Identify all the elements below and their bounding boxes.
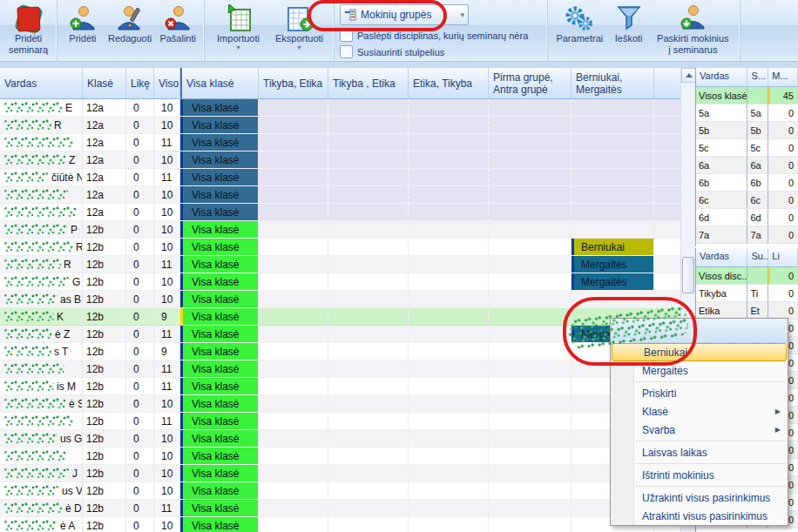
- discipline-cell-2[interactable]: [328, 186, 409, 204]
- group-cell-pirma-antra[interactable]: [489, 500, 571, 517]
- table-row[interactable]: R 12b 0 11 Visa klasė Mergaitės: [0, 256, 680, 273]
- table-row[interactable]: J 12b 0 10 Visa klasė: [0, 465, 680, 482]
- whole-class-cell[interactable]: Visa klasė: [180, 169, 259, 186]
- class-row[interactable]: 6d 6d 0: [696, 209, 798, 226]
- table-row[interactable]: R 12a 0 10 Visa klasė: [0, 117, 680, 134]
- gender-group-badge[interactable]: Mergaitės: [571, 273, 653, 291]
- group-cell-berniukai-mergaites[interactable]: [571, 204, 654, 221]
- whole-class-badge[interactable]: Visa klasė: [180, 378, 258, 395]
- context-menu-item[interactable]: Laisvas laikas: [611, 443, 788, 461]
- discipline-cell-3[interactable]: [409, 204, 489, 221]
- discipline-cell-2[interactable]: [328, 117, 409, 134]
- discipline-cell-1[interactable]: [259, 517, 328, 532]
- discipline-cell-1[interactable]: [259, 152, 328, 169]
- discipline-cell-1[interactable]: [259, 500, 328, 517]
- group-cell-pirma-antra[interactable]: [489, 256, 571, 273]
- group-cell-berniukai-mergaites[interactable]: [571, 169, 654, 186]
- group-cell-berniukai-mergaites[interactable]: [571, 152, 654, 169]
- group-cell-berniukai-mergaites[interactable]: Berniukai: [571, 239, 654, 256]
- classes-col-s[interactable]: S...: [747, 68, 768, 86]
- gender-group-badge[interactable]: Berniukai: [571, 239, 653, 256]
- whole-class-badge[interactable]: Visa klasė: [180, 395, 258, 413]
- group-cell-berniukai-mergaites[interactable]: Mergaitės: [571, 273, 654, 291]
- group-cell-pirma-antra[interactable]: [489, 117, 571, 134]
- context-menu-item[interactable]: [635, 441, 786, 441]
- group-cell-pirma-antra[interactable]: [489, 448, 571, 465]
- group-cell-pirma-antra[interactable]: [489, 465, 571, 482]
- discipline-cell-3[interactable]: [409, 117, 489, 134]
- group-cell-pirma-antra[interactable]: [489, 360, 571, 378]
- whole-class-cell[interactable]: Visa klasė: [180, 221, 259, 239]
- discipline-cell-2[interactable]: [328, 395, 409, 413]
- context-menu-item[interactable]: [635, 486, 786, 487]
- discipline-cell-2[interactable]: [328, 482, 409, 500]
- discipline-cell-3[interactable]: [409, 221, 489, 239]
- discipline-cell-2[interactable]: [328, 378, 409, 395]
- discipline-cell-1[interactable]: [259, 465, 328, 482]
- whole-class-cell[interactable]: Visa klasė: [180, 291, 259, 308]
- discipline-cell-2[interactable]: [328, 291, 409, 308]
- class-row[interactable]: 6c 6c 0: [696, 192, 798, 209]
- discipline-cell-2[interactable]: [328, 221, 409, 239]
- discipline-cell-2[interactable]: [328, 308, 409, 326]
- group-cell-pirma-antra[interactable]: [489, 239, 571, 256]
- group-cell-berniukai-mergaites[interactable]: [571, 99, 654, 117]
- discipline-cell-2[interactable]: [328, 448, 409, 465]
- table-row[interactable]: us G 12b 0 10 Visa klasė: [0, 430, 680, 448]
- table-row[interactable]: ė A 12b 0 10 Visa klasė: [0, 517, 680, 532]
- table-row[interactable]: 12b 0 11 Visa klasė: [0, 413, 680, 430]
- table-row[interactable]: is M 12b 0 11 Visa klasė: [0, 378, 680, 395]
- discipline-cell-1[interactable]: [259, 204, 328, 221]
- discipline-cell-2[interactable]: [328, 326, 409, 343]
- discipline-cell-3[interactable]: [409, 517, 489, 532]
- table-row[interactable]: 12a 0 10 Visa klasė: [0, 186, 680, 204]
- whole-class-cell[interactable]: Visa klasė: [180, 117, 259, 134]
- disciplines-col-vardas[interactable]: Vardas: [696, 248, 747, 266]
- discipline-cell-2[interactable]: [328, 413, 409, 430]
- group-cell-pirma-antra[interactable]: [489, 430, 571, 448]
- discipline-cell-3[interactable]: [409, 273, 489, 291]
- table-row[interactable]: as B 12b 0 10 Visa klasė: [0, 291, 680, 308]
- discipline-cell-2[interactable]: [328, 169, 409, 186]
- whole-class-badge[interactable]: Visa klasė: [180, 343, 258, 360]
- group-cell-pirma-antra[interactable]: [489, 517, 571, 532]
- group-cell-pirma-antra[interactable]: [489, 482, 571, 500]
- whole-class-badge[interactable]: Visa klasė: [180, 99, 258, 117]
- whole-class-badge[interactable]: Visa klasė: [180, 221, 258, 239]
- discipline-cell-3[interactable]: [409, 465, 489, 482]
- group-cell-berniukai-mergaites[interactable]: [571, 291, 654, 308]
- discipline-cell-3[interactable]: [409, 291, 489, 308]
- whole-class-cell[interactable]: Visa klasė: [180, 308, 259, 326]
- group-cell-pirma-antra[interactable]: [489, 186, 571, 204]
- scroll-up-button[interactable]: [681, 68, 696, 83]
- edit-student-button[interactable]: Redaguoti: [105, 2, 156, 46]
- group-cell-pirma-antra[interactable]: [489, 291, 571, 308]
- discipline-cell-2[interactable]: [328, 500, 409, 517]
- whole-class-badge[interactable]: Visa klasė: [180, 291, 258, 308]
- whole-class-cell[interactable]: Visa klasė: [180, 343, 259, 360]
- whole-class-badge[interactable]: Visa klasė: [180, 413, 258, 430]
- parameters-button[interactable]: Parametrai: [551, 2, 608, 46]
- discipline-cell-1[interactable]: [259, 256, 328, 273]
- whole-class-cell[interactable]: Visa klasė: [180, 256, 259, 273]
- column-header-tikyba-etika-2[interactable]: Tikyba , Etika: [328, 68, 409, 98]
- discipline-cell-3[interactable]: [409, 448, 489, 465]
- discipline-cell-2[interactable]: [328, 256, 409, 273]
- discipline-cell-1[interactable]: [259, 343, 328, 360]
- whole-class-badge[interactable]: Visa klasė: [180, 169, 258, 186]
- whole-class-cell[interactable]: Visa klasė: [180, 500, 259, 517]
- disciplines-col-li[interactable]: Li: [768, 248, 798, 266]
- whole-class-cell[interactable]: Visa klasė: [180, 360, 259, 378]
- whole-class-cell[interactable]: Visa klasė: [180, 448, 259, 465]
- whole-class-badge[interactable]: Visa klasė: [180, 134, 258, 152]
- add-student-button[interactable]: Pridėti: [61, 2, 105, 46]
- whole-class-cell[interactable]: Visa klasė: [180, 186, 259, 204]
- discipline-cell-3[interactable]: [409, 134, 489, 152]
- group-cell-berniukai-mergaites[interactable]: Mergaitės: [571, 256, 654, 273]
- discipline-cell-1[interactable]: [259, 186, 328, 204]
- whole-class-badge[interactable]: Visa klasė: [180, 117, 258, 134]
- discipline-cell-2[interactable]: [328, 430, 409, 448]
- whole-class-badge[interactable]: Visa klasė: [180, 273, 258, 291]
- table-row[interactable]: 12a 0 10 Visa klasė: [0, 204, 680, 221]
- discipline-cell-1[interactable]: [259, 117, 328, 134]
